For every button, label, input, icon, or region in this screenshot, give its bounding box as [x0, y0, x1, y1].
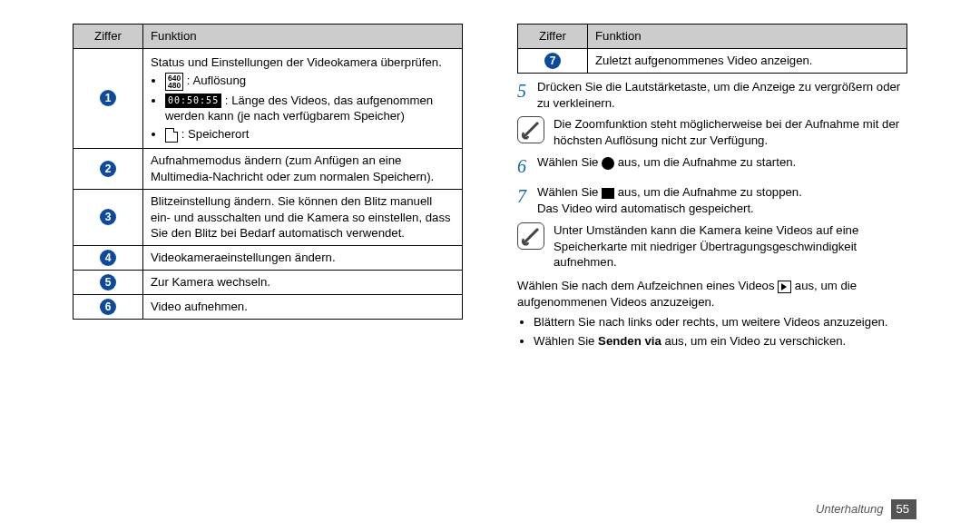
step-7: 7 Wählen Sie aus, um die Aufnahme zu sto… — [517, 184, 907, 217]
row3-text: Blitzeinstellung ändern. Sie können den … — [143, 189, 463, 245]
record-icon — [602, 157, 614, 170]
page-footer: Unterhaltung 55 — [816, 499, 916, 519]
th-funktion-r: Funktion — [588, 25, 907, 49]
table-row: 7 Zuletzt aufgenommenes Video anzeigen. — [518, 48, 907, 73]
row5-text: Zur Kamera wechseln. — [143, 271, 463, 295]
step-6: 6 Wählen Sie aus, um die Aufnahme zu sta… — [517, 154, 907, 179]
note-icon — [517, 116, 544, 143]
note-zoom: Die Zoomfunktion steht möglicherweise be… — [517, 116, 907, 149]
duration-icon: 00:50:55 — [165, 94, 221, 108]
table-row: 3 Blitzeinstellung ändern. Sie können de… — [74, 189, 463, 245]
table-row: 5 Zur Kamera wechseln. — [74, 271, 463, 295]
play-icon — [778, 281, 791, 293]
badge-5: 5 — [100, 274, 116, 291]
row4-text: Videokameraeinstellungen ändern. — [143, 246, 463, 271]
stop-icon — [602, 188, 614, 199]
row6-text: Video aufnehmen. — [143, 295, 463, 320]
list-item: Blättern Sie nach links oder rechts, um … — [534, 314, 907, 330]
list-item: Wählen Sie Senden via aus, um ein Video … — [534, 333, 907, 350]
badge-4: 4 — [100, 250, 116, 266]
post-record-text: Wählen Sie nach dem Aufzeichnen eines Vi… — [517, 278, 907, 310]
table-row: 2 Aufnahmemodus ändern (zum Anfügen an e… — [74, 149, 463, 190]
row1-intro: Status und Einstellungen der Videokamera… — [151, 54, 455, 71]
badge-3: 3 — [100, 209, 116, 225]
note-icon — [517, 222, 544, 250]
resolution-icon: 640480 — [165, 73, 183, 91]
footer-category: Unterhaltung — [816, 501, 883, 517]
th-ziffer-r: Ziffer — [518, 25, 588, 49]
badge-2: 2 — [100, 161, 116, 177]
th-ziffer: Ziffer — [74, 25, 143, 49]
th-funktion: Funktion — [143, 25, 463, 49]
badge-6: 6 — [100, 299, 116, 315]
row1-b3: : Speicherort — [181, 127, 250, 141]
footer-page-number: 55 — [891, 499, 916, 519]
table-row: 4 Videokameraeinstellungen ändern. — [74, 246, 463, 271]
table-row: 1 Status und Einstellungen der Videokame… — [74, 48, 463, 148]
post-bullets: Blättern Sie nach links oder rechts, um … — [534, 314, 907, 350]
row2-text: Aufnahmemodus ändern (zum Anfügen an ein… — [143, 149, 463, 190]
function-table-right: Ziffer Funktion 7 Zuletzt aufgenommenes … — [517, 24, 907, 74]
step-5: 5 Drücken Sie die Lautstärketaste, um di… — [517, 79, 907, 112]
row7-text: Zuletzt aufgenommenes Video anzeigen. — [588, 48, 907, 73]
function-table-left: Ziffer Funktion 1 Status und Einstellung… — [73, 24, 463, 320]
right-column: Ziffer Funktion 7 Zuletzt aufgenommenes … — [517, 24, 907, 517]
table-row: 6 Video aufnehmen. — [74, 295, 463, 320]
storage-icon — [165, 128, 178, 143]
badge-1: 1 — [100, 90, 116, 106]
note-sd: Unter Umständen kann die Kamera keine Vi… — [517, 222, 907, 271]
badge-7: 7 — [544, 53, 561, 69]
row1-b1: : Auflösung — [187, 74, 246, 87]
left-column: Ziffer Funktion 1 Status und Einstellung… — [73, 24, 463, 517]
